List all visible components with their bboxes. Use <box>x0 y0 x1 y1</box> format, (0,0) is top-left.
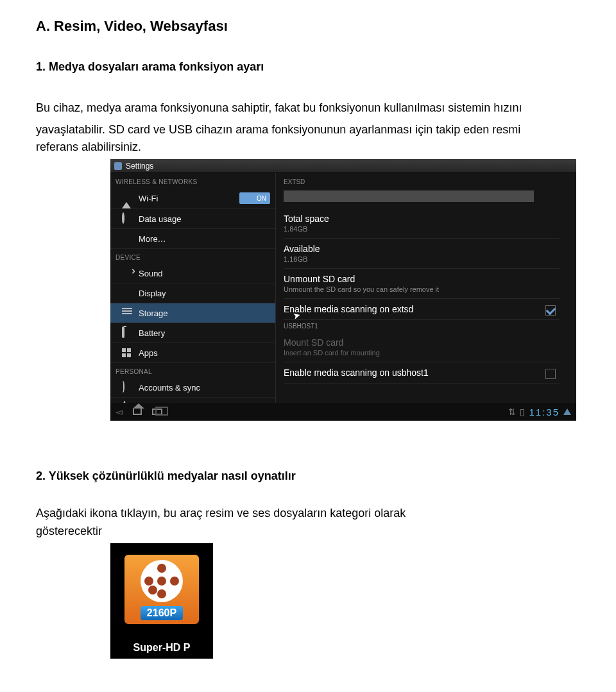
section-device: DEVICE <box>110 249 275 264</box>
android-navbar: ◅ ⇅ ▯ 11:35 <box>110 403 576 421</box>
unmount-title: Unmount SD card <box>284 274 560 284</box>
settings-title: Settings <box>126 162 153 171</box>
available-row[interactable]: Available 1.16GB <box>284 239 560 269</box>
section-heading-1: 1. Medya dosyaları arama fonksiyon ayarı <box>36 60 580 74</box>
menu-storage[interactable]: Storage <box>110 303 275 323</box>
total-space-value: 1.84GB <box>284 225 560 233</box>
menu-sound[interactable]: Sound <box>110 264 275 283</box>
settings-screenshot: Settings WIRELESS & NETWORKS Wi-Fi ON Da… <box>110 159 576 421</box>
menu-battery-label: Battery <box>139 328 270 338</box>
battery-icon <box>122 328 132 338</box>
paragraph-2: Aşağıdaki ikona tıklayın, bu araç resim … <box>36 502 580 524</box>
nav-sd-icon: ▯ <box>520 407 525 417</box>
settings-topbar: Settings <box>110 159 576 173</box>
nav-home-icon[interactable] <box>133 407 142 417</box>
settings-app-icon <box>114 162 122 170</box>
section-heading-2: 2. Yüksek çözünürlüklü medyalar nasıl oy… <box>36 469 580 483</box>
film-reel-icon <box>141 560 183 602</box>
settings-left-column: WIRELESS & NETWORKS Wi-Fi ON Data usage … <box>110 173 276 418</box>
scan-extsd-checkbox[interactable] <box>545 305 556 316</box>
menu-wifi-label: Wi-Fi <box>139 194 239 203</box>
menu-apps[interactable]: Apps <box>110 343 275 363</box>
apps-icon <box>122 348 132 358</box>
mount-sd-sub: Insert an SD card for mounting <box>284 349 560 357</box>
scan-extsd-title: Enable media scanning on extsd <box>284 304 560 314</box>
paragraph-1: Bu cihaz, medya arama fonksiyonuna sahip… <box>36 97 580 140</box>
display-icon <box>122 288 132 298</box>
menu-accounts-label: Accounts & sync <box>139 383 270 392</box>
menu-storage-label: Storage <box>139 308 270 318</box>
sync-icon <box>122 382 132 392</box>
resolution-badge: 2160P <box>141 606 183 620</box>
reference-text: referans alabilirsiniz. <box>36 140 141 153</box>
nav-clock: 11:35 <box>529 407 560 418</box>
total-space-row[interactable]: Total space 1.84GB <box>284 208 560 239</box>
total-space-title: Total space <box>284 214 560 224</box>
settings-right-column: EXTSD Total space 1.84GB Available 1.16G… <box>276 173 576 418</box>
menu-sound-label: Sound <box>139 269 270 278</box>
wifi-icon <box>122 193 132 203</box>
superhd-app-icon[interactable]: 2160P Super-HD P <box>110 543 213 659</box>
unmount-row[interactable]: Unmount SD card Unmount the SD card so y… <box>284 269 560 299</box>
scan-usbhost-title: Enable media scanning on usbhost1 <box>284 367 560 378</box>
usbhost-header: USBHOST1 <box>284 320 576 332</box>
wifi-toggle[interactable]: ON <box>239 192 270 204</box>
menu-accounts[interactable]: Accounts & sync <box>110 378 275 398</box>
more-icon <box>122 233 132 244</box>
unmount-sub: Unmount the SD card so you can safely re… <box>284 285 560 293</box>
scan-usbhost-row[interactable]: Enable media scanning on usbhost1 <box>284 362 560 384</box>
storage-icon <box>122 308 132 318</box>
mount-sd-title: Mount SD card <box>284 337 560 348</box>
menu-wifi[interactable]: Wi-Fi ON <box>110 188 275 209</box>
scan-usbhost-checkbox[interactable] <box>545 369 556 379</box>
section-wireless: WIRELESS & NETWORKS <box>110 173 275 188</box>
menu-datausage[interactable]: Data usage <box>110 209 275 229</box>
menu-apps-label: Apps <box>139 348 270 358</box>
superhd-icon-label: Super-HD P <box>110 642 213 654</box>
section-personal: PERSONAL <box>110 363 275 378</box>
menu-datausage-label: Data usage <box>139 214 270 224</box>
nav-wifi-icon <box>563 409 571 415</box>
menu-more[interactable]: More… <box>110 229 275 249</box>
menu-display-label: Display <box>139 289 270 298</box>
extsd-header: EXTSD <box>284 176 576 188</box>
available-title: Available <box>284 244 560 254</box>
nav-status-icon: ⇅ <box>508 407 516 417</box>
nav-recent-icon[interactable] <box>152 407 162 417</box>
gosterecektir-text: gösterecektir <box>36 525 102 537</box>
nav-back-icon[interactable]: ◅ <box>116 407 123 417</box>
section-heading-a: A. Resim, Video, Websayfası <box>36 18 580 35</box>
menu-more-label: More… <box>139 234 270 244</box>
menu-battery[interactable]: Battery <box>110 323 275 343</box>
scan-extsd-row[interactable]: Enable media scanning on extsd <box>284 299 560 320</box>
sound-icon <box>122 268 132 278</box>
datausage-icon <box>122 214 132 224</box>
menu-display[interactable]: Display <box>110 283 275 303</box>
storage-bar <box>284 190 534 202</box>
available-value: 1.16GB <box>284 255 560 263</box>
superhd-icon-graphic: 2160P <box>124 555 199 624</box>
mount-sd-row: Mount SD card Insert an SD card for moun… <box>284 332 560 362</box>
